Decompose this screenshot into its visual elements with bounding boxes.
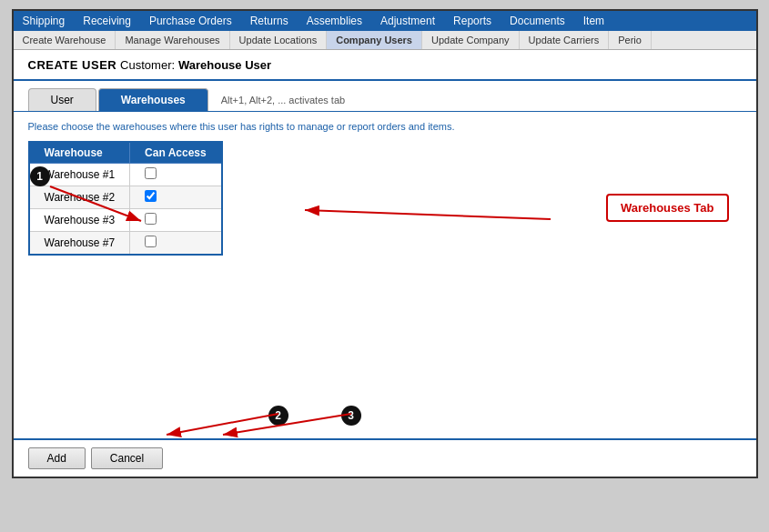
- warehouse-access-3[interactable]: [130, 209, 222, 232]
- nav-reports[interactable]: Reports: [444, 11, 501, 31]
- nav-item[interactable]: Item: [574, 11, 613, 31]
- checkbox-warehouse-3[interactable]: [145, 213, 157, 225]
- nav-documents[interactable]: Documents: [501, 11, 574, 31]
- warehouse-name-2: Warehouse #2: [29, 186, 130, 209]
- table-row: Warehouse #1: [29, 164, 222, 186]
- page-customer-value: Warehouse User: [178, 58, 271, 72]
- tab-hint: Alt+1, Alt+2, ... activates tab: [221, 95, 345, 111]
- subnav-perio[interactable]: Perio: [609, 31, 652, 49]
- warehouse-name-3: Warehouse #3: [29, 209, 130, 232]
- subnav-company-users[interactable]: Company Users: [327, 31, 422, 49]
- nav-assemblies[interactable]: Assemblies: [298, 11, 371, 31]
- nav-receiving[interactable]: Receiving: [74, 11, 140, 31]
- tab-user[interactable]: User: [28, 88, 96, 111]
- subnav-update-company[interactable]: Update Company: [422, 31, 520, 49]
- warehouse-access-1[interactable]: [130, 164, 222, 186]
- subnav-update-carriers[interactable]: Update Carriers: [520, 31, 610, 49]
- col-can-access: Can Access: [130, 142, 222, 164]
- svg-line-3: [167, 414, 278, 435]
- bottom-bar: Add Cancel: [14, 438, 756, 477]
- cancel-button[interactable]: Cancel: [91, 447, 163, 469]
- checkbox-warehouse-7[interactable]: [145, 236, 157, 247]
- subnav-update-locations[interactable]: Update Locations: [230, 31, 328, 49]
- checkbox-warehouse-2[interactable]: [145, 190, 157, 202]
- add-button[interactable]: Add: [28, 447, 86, 469]
- nav-purchase-orders[interactable]: Purchase Orders: [140, 11, 241, 31]
- table-row: Warehouse #3: [29, 209, 222, 232]
- svg-line-2: [305, 210, 551, 219]
- subnav-manage-warehouses[interactable]: Manage Warehouses: [116, 31, 229, 49]
- tabs-row: User Warehouses Alt+1, Alt+2, ... activa…: [14, 81, 756, 111]
- col-warehouse: Warehouse: [29, 142, 130, 164]
- sub-nav: Create Warehouse Manage Warehouses Updat…: [14, 31, 756, 50]
- content-area: Please choose the warehouses where this …: [14, 111, 756, 438]
- annotation-2: 2: [268, 406, 288, 426]
- annotation-3: 3: [341, 406, 361, 426]
- table-row: Warehouse #2: [29, 186, 222, 209]
- checkbox-warehouse-1[interactable]: [145, 167, 157, 179]
- page-title: Create User: [28, 58, 117, 72]
- page-title-bar: Create User Customer: Warehouse User: [14, 50, 756, 81]
- warehouse-access-2[interactable]: [130, 186, 222, 209]
- nav-shipping[interactable]: Shipping: [14, 11, 75, 31]
- nav-returns[interactable]: Returns: [241, 11, 298, 31]
- main-frame: Shipping Receiving Purchase Orders Retur…: [12, 9, 758, 478]
- subnav-create-warehouse[interactable]: Create Warehouse: [14, 31, 116, 49]
- top-nav: Shipping Receiving Purchase Orders Retur…: [14, 11, 756, 31]
- callout-warehouses-tab: Warehouses Tab: [606, 194, 729, 222]
- info-text: Please choose the warehouses where this …: [28, 121, 742, 132]
- warehouse-name-7: Warehouse #7: [29, 232, 130, 256]
- table-row: Warehouse #7: [29, 232, 222, 256]
- tab-warehouses[interactable]: Warehouses: [98, 88, 208, 111]
- warehouse-access-7[interactable]: [130, 232, 222, 256]
- page-customer-prefix: Customer:: [120, 58, 175, 72]
- nav-adjustment[interactable]: Adjustment: [371, 11, 444, 31]
- annotation-1: 1: [30, 166, 50, 186]
- warehouse-table: Warehouse Can Access Warehouse #1 Wareho…: [28, 141, 223, 256]
